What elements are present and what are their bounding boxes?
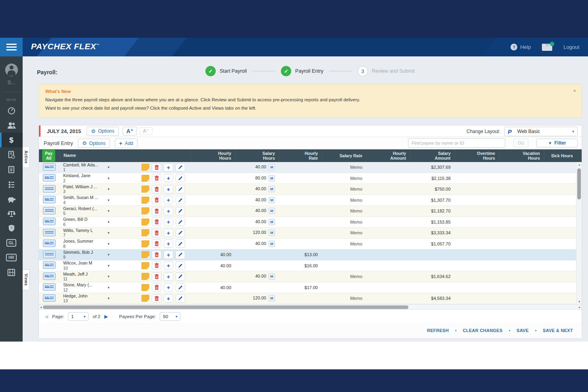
memo-note-icon[interactable] — [141, 262, 149, 269]
salary-hours-cell[interactable]: 40.00M — [235, 273, 279, 280]
salary-amount-cell[interactable]: $750.00 — [410, 187, 455, 191]
entry-options-button[interactable]: ⚙ Options — [78, 139, 110, 148]
salary-rate-cell[interactable]: Memo — [322, 220, 366, 224]
payee-name-cell[interactable]: Kirkland, Jane 2 ▾ — [59, 173, 133, 183]
sidebar-item-cabinet[interactable] — [0, 265, 23, 280]
memo-note-icon[interactable] — [141, 185, 149, 193]
payee-name-cell[interactable]: Green, Bill D 6 ▾ — [59, 217, 133, 227]
memo-note-icon[interactable] — [141, 207, 149, 214]
horizontal-scrollbar[interactable]: ◂ ▸ — [39, 304, 582, 309]
memo-note-icon[interactable] — [141, 218, 149, 226]
layout-dropdown[interactable]: P Web Basic ▾ — [504, 127, 578, 136]
add-check-button[interactable]: + — [164, 218, 173, 226]
step-payroll-entry[interactable]: ✓ Payroll Entry — [281, 66, 323, 76]
edit-check-button[interactable] — [176, 218, 185, 226]
pay-method-button[interactable]: DD — [43, 163, 56, 171]
salary-rate-cell[interactable]: Memo — [322, 209, 366, 213]
edit-check-button[interactable] — [176, 185, 185, 193]
go-button[interactable]: Go — [513, 139, 528, 147]
vertical-scroll-thumb[interactable] — [577, 168, 581, 199]
user-avatar[interactable] — [5, 64, 18, 76]
sidebar-item-hr[interactable]: HR — [0, 250, 23, 265]
chevron-down-icon[interactable]: ▾ — [108, 198, 110, 202]
salary-hours-cell[interactable]: 40.00M — [235, 219, 279, 225]
memo-note-icon[interactable] — [141, 273, 149, 280]
add-check-button[interactable]: + — [164, 239, 173, 248]
salary-rate-cell[interactable]: Memo — [322, 165, 366, 170]
payee-name-cell[interactable]: Wilcox, Joan M 10 ▾ — [59, 261, 133, 270]
sidebar-item-payroll[interactable]: $ — [0, 133, 23, 147]
pay-all-button[interactable]: Pay All — [42, 150, 55, 162]
edit-check-button[interactable] — [176, 229, 185, 237]
font-decrease-button[interactable]: A⁻ — [139, 127, 153, 135]
hourly-hours-cell[interactable]: 40.00 — [191, 263, 235, 268]
payee-name-cell[interactable]: Smith, Susan M ... 4 ▾ — [59, 195, 133, 205]
pay-method-button[interactable]: DD — [43, 196, 56, 203]
chevron-down-icon[interactable]: ▾ — [108, 209, 110, 213]
font-increase-button[interactable]: A⁺ — [123, 127, 137, 135]
views-tab[interactable]: Views — [23, 269, 30, 290]
edit-check-button[interactable] — [176, 196, 185, 204]
salary-amount-cell[interactable]: $1,057.70 — [410, 241, 455, 246]
salary-rate-cell[interactable]: Memo — [322, 296, 366, 301]
horizontal-scroll-thumb[interactable] — [43, 305, 408, 309]
pay-method-button[interactable] — [43, 185, 56, 193]
add-check-button[interactable]: + — [164, 207, 173, 215]
add-check-button[interactable]: + — [164, 185, 173, 193]
close-icon[interactable]: × — [573, 88, 576, 94]
date-options-button[interactable]: ⚙ Options — [87, 127, 119, 136]
sidebar-item-people[interactable] — [0, 118, 23, 133]
next-page-icon[interactable]: ▶ — [104, 314, 108, 319]
add-payee-button[interactable]: + Add — [115, 139, 138, 148]
edit-check-button[interactable] — [176, 261, 185, 270]
salary-amount-cell[interactable]: $4,583.34 — [410, 296, 455, 301]
payee-name-cell[interactable]: Simmels, Bob J 9 ▾ — [59, 250, 133, 260]
chevron-down-icon[interactable]: ▾ — [108, 242, 110, 246]
salary-rate-cell[interactable]: Memo — [322, 176, 366, 181]
sidebar-item-reports[interactable] — [0, 147, 23, 162]
active-tab[interactable]: Active — [23, 146, 30, 168]
scroll-up-icon[interactable]: ▴ — [576, 163, 582, 166]
chevron-down-icon[interactable]: ▾ — [108, 286, 110, 290]
vertical-scrollbar[interactable]: ▴ ▾ — [576, 162, 582, 304]
payee-name-cell[interactable]: Stone, Mary (... 12 ▾ — [59, 282, 133, 292]
sidebar-item-calculator[interactable] — [0, 162, 23, 177]
delete-check-button[interactable] — [152, 229, 161, 237]
hourly-rate-cell[interactable]: $17.00 — [279, 285, 322, 290]
chevron-down-icon[interactable]: ▾ — [108, 264, 110, 268]
delete-check-button[interactable] — [152, 185, 161, 193]
add-check-button[interactable]: + — [164, 294, 173, 303]
salary-amount-cell[interactable]: $2,115.38 — [410, 176, 455, 181]
add-check-button[interactable]: + — [164, 251, 173, 259]
memo-note-icon[interactable] — [141, 164, 149, 171]
pay-method-button[interactable]: DD — [43, 218, 56, 225]
salary-amount-cell[interactable]: $1,307.70 — [410, 198, 455, 203]
payee-search-input[interactable] — [408, 138, 505, 148]
salary-amount-cell[interactable]: $3,333.34 — [410, 230, 455, 235]
delete-check-button[interactable] — [152, 251, 161, 259]
salary-hours-cell[interactable]: 40.00M — [235, 241, 279, 247]
memo-note-icon[interactable] — [141, 284, 149, 291]
payee-name-cell[interactable]: Jones, Summer 8 ▾ — [59, 239, 133, 249]
salary-amount-cell[interactable]: $1,153.85 — [410, 220, 455, 224]
refresh-link[interactable]: REFRESH — [427, 328, 449, 333]
salary-rate-cell[interactable]: Memo — [322, 274, 366, 279]
chevron-down-icon[interactable]: ▾ — [108, 274, 110, 278]
pay-method-button[interactable] — [43, 229, 56, 236]
chevron-down-icon[interactable]: ▾ — [108, 187, 110, 191]
scroll-down-icon[interactable]: ▾ — [576, 300, 582, 303]
payee-name-cell[interactable]: Hedge, John 13 ▾ — [59, 294, 133, 303]
memo-note-icon[interactable] — [141, 175, 149, 182]
edit-check-button[interactable] — [176, 163, 185, 172]
memo-note-icon[interactable] — [141, 240, 149, 247]
sidebar-item-compliance[interactable] — [0, 206, 23, 221]
delete-check-button[interactable] — [152, 163, 161, 172]
step-review-submit[interactable]: 3 Review and Submit — [358, 66, 415, 76]
edit-check-button[interactable] — [176, 251, 185, 259]
pay-method-button[interactable] — [43, 207, 56, 214]
memo-note-icon[interactable] — [141, 197, 149, 204]
salary-hours-cell[interactable]: 80.00M — [235, 175, 279, 182]
payee-name-cell[interactable]: Willis, Tammy L 7 ▾ — [59, 228, 133, 238]
add-check-button[interactable]: + — [164, 163, 173, 172]
pay-method-button[interactable]: DD — [43, 261, 56, 269]
